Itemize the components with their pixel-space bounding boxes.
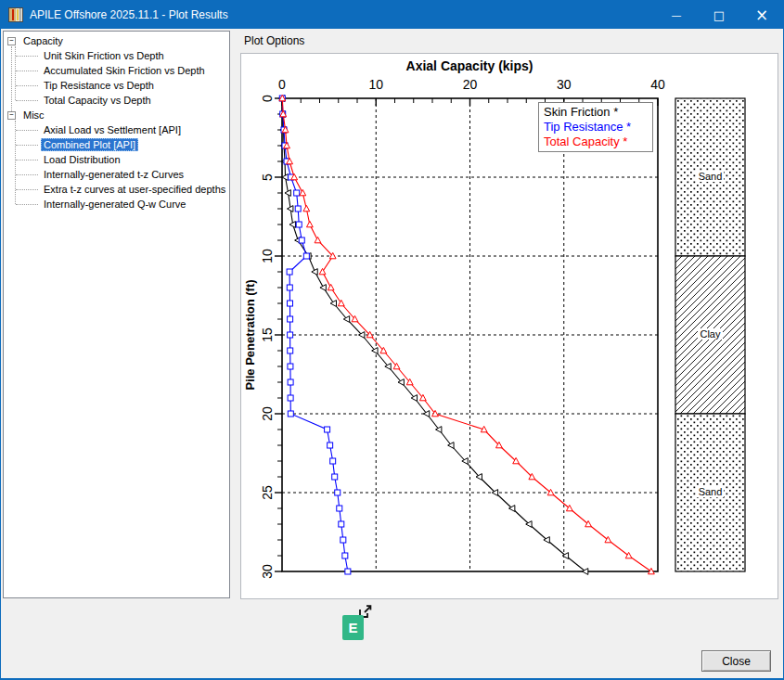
chart-title: Axial Capacity (kips) (330, 58, 609, 73)
tree-item-label[interactable]: Unit Skin Friction vs Depth (41, 49, 167, 62)
tree-section-misc[interactable]: −Misc (4, 108, 229, 122)
tree-item[interactable]: Axial Load vs Settlement [API] (4, 122, 229, 137)
tree-item[interactable]: Extra t-z curves at user-specified depth… (4, 182, 229, 197)
y-tick-label: 25 (260, 480, 273, 506)
tree-connector (15, 46, 16, 100)
tree-item[interactable]: Internally-generated t-z Curves (4, 167, 229, 182)
tree-item[interactable]: Unit Skin Friction vs Depth (4, 48, 229, 63)
y-axis-title: Pile Penetration (ft) (243, 256, 258, 414)
plot-area: Axial Capacity (kips) Pile Penetration (… (240, 53, 778, 599)
tree-item-label-selected[interactable]: Combined Plot [API] (41, 138, 138, 151)
tree-item[interactable]: Total Capacity vs Depth (4, 93, 229, 108)
minimize-button[interactable]: — (655, 1, 698, 29)
tree-item[interactable]: Accumulated Skin Friction vs Depth (4, 63, 229, 78)
soil-layer-label: Sand (687, 486, 735, 497)
legend-entry: Tip Resistance * (544, 120, 648, 135)
close-window-button[interactable]: × (740, 1, 783, 29)
plot-selection-tree: −CapacityUnit Skin Friction vs DepthAccu… (3, 31, 230, 598)
tree-connector (15, 121, 16, 204)
collapse-icon[interactable]: − (7, 111, 16, 120)
y-tick-label: 20 (260, 401, 273, 427)
tree-item-label[interactable]: Internally-generated Q-w Curve (41, 198, 188, 211)
window-controls: — □ × (655, 1, 783, 29)
menu-plot-options[interactable]: Plot Options (244, 34, 304, 49)
y-tick-label: 30 (260, 558, 273, 584)
collapse-icon[interactable]: − (7, 37, 16, 45)
tree-item[interactable]: Combined Plot [API] (4, 137, 229, 152)
tree-item-label[interactable]: Load Distribution (41, 153, 123, 166)
soil-layer-label: Sand (687, 171, 735, 182)
tree-section-label: Misc (20, 109, 47, 122)
capacity-chart (241, 54, 779, 600)
y-tick-label: 0 (260, 85, 273, 111)
tree-item-label[interactable]: Axial Load vs Settlement [API] (41, 123, 184, 136)
tree-item-label[interactable]: Extra t-z curves at user-specified depth… (41, 183, 228, 196)
tree-section-capacity[interactable]: −Capacity (4, 33, 229, 48)
tree-item-label[interactable]: Total Capacity vs Depth (41, 94, 154, 107)
tree-item[interactable]: Tip Resistance vs Depth (4, 78, 229, 93)
x-tick-label: 30 (546, 77, 583, 92)
tree-item-label[interactable]: Internally-generated t-z Curves (41, 168, 186, 181)
x-tick-label: 20 (452, 77, 489, 92)
titlebar[interactable]: APILE Offshore 2025.11.1 - Plot Results … (1, 1, 783, 29)
soil-layer-label: Clay (687, 328, 735, 340)
y-tick-label: 5 (260, 164, 273, 190)
x-tick-label: 40 (639, 77, 676, 92)
close-button[interactable]: Close (701, 650, 771, 672)
y-tick-label: 10 (260, 243, 273, 269)
tree-root-connector (11, 46, 12, 111)
tree-item-label[interactable]: Accumulated Skin Friction vs Depth (41, 64, 208, 77)
window: APILE Offshore 2025.11.1 - Plot Results … (0, 0, 784, 680)
tree-item-label[interactable]: Tip Resistance vs Depth (41, 79, 157, 92)
excel-logo-icon: E (342, 615, 364, 640)
export-to-excel-button[interactable]: E (341, 605, 376, 642)
window-title: APILE Offshore 2025.11.1 - Plot Results (30, 1, 228, 29)
y-tick-label: 15 (260, 322, 273, 348)
tree-section-label: Capacity (20, 34, 66, 47)
maximize-button[interactable]: □ (698, 1, 740, 29)
tree-item[interactable]: Load Distribution (4, 152, 229, 167)
chart-legend: Skin Friction *Tip Resistance *Total Cap… (538, 102, 653, 152)
tree-item[interactable]: Internally-generated Q-w Curve (4, 197, 229, 212)
legend-entry: Skin Friction * (544, 105, 648, 120)
app-icon (8, 7, 23, 22)
legend-entry: Total Capacity * (544, 135, 648, 149)
x-tick-label: 10 (357, 77, 394, 92)
